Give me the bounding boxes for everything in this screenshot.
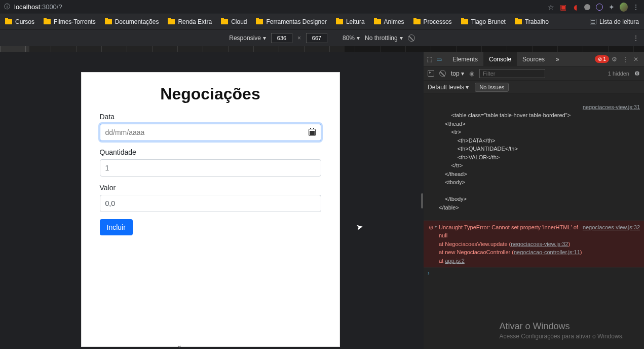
tab-console[interactable]: Console <box>483 52 517 66</box>
ext-icon-4[interactable] <box>595 3 603 11</box>
bookmark-item[interactable]: Filmes-Torrents <box>44 18 96 25</box>
rotate-icon[interactable] <box>408 34 415 42</box>
menu-icon[interactable]: ⋮ <box>632 3 640 11</box>
data-input[interactable]: dd/mm/aaaa <box>100 124 321 141</box>
stack-link[interactable]: negociacoes-view.js:32 <box>511 241 568 247</box>
folder-icon <box>5 19 12 24</box>
site-info-icon[interactable]: ⓘ <box>4 3 10 11</box>
bookmark-item[interactable]: Leitura <box>336 18 365 25</box>
devtools-tabs: ⬚ ▭ Elements Console Sources » 1 ⚙ ⋮ ✕ <box>424 52 644 66</box>
console-body[interactable]: negociacoes-view.js:31 <table class="tab… <box>424 94 644 349</box>
bookmark-item[interactable]: Processos <box>413 18 452 25</box>
tab-sources[interactable]: Sources <box>517 52 550 66</box>
clear-console-icon[interactable] <box>439 70 446 77</box>
date-placeholder: dd/mm/aaaa <box>105 128 145 136</box>
dimension-x: × <box>297 34 301 42</box>
folder-icon <box>413 19 421 24</box>
zoom-select[interactable]: 80% ▾ <box>343 34 360 42</box>
height-input[interactable] <box>306 33 327 43</box>
inspect-icon[interactable]: ⬚ <box>427 56 432 63</box>
folder-icon <box>256 19 263 24</box>
devtools: ⬚ ▭ Elements Console Sources » 1 ⚙ ⋮ ✕ t… <box>424 52 644 349</box>
device-menu-icon[interactable]: ⋮ <box>633 34 639 42</box>
folder-icon <box>374 19 381 24</box>
hidden-count[interactable]: 1 hidden <box>608 71 629 77</box>
ext-icon-1[interactable]: ▣ <box>559 3 567 11</box>
error-badge[interactable]: 1 <box>595 55 609 63</box>
console-prompt[interactable]: › <box>424 267 644 279</box>
log-source-link[interactable]: negociacoes-view.js:31 <box>583 103 640 112</box>
folder-icon <box>168 19 175 24</box>
page-title: Negociações <box>100 85 321 103</box>
bookmark-item[interactable]: Tiago Brunet <box>461 18 506 25</box>
levels-select[interactable]: Default levels ▾ <box>428 84 469 91</box>
stack-link[interactable]: app.js:2 <box>445 258 465 264</box>
ext-icon-2[interactable]: ◖ <box>571 3 579 11</box>
label-quantidade: Quantidade <box>100 148 321 156</box>
resize-handle-icon[interactable]: ⌄ <box>176 341 182 349</box>
live-expression-icon[interactable]: ◉ <box>469 70 474 77</box>
bookmarks-bar: Cursos Filmes-Torrents Documentações Ren… <box>0 14 644 29</box>
close-icon[interactable]: ✕ <box>631 56 641 63</box>
bookmark-item[interactable]: Trabalho <box>515 18 549 25</box>
bookmark-item[interactable]: Renda Extra <box>168 18 212 25</box>
console-error: ▸ negociacoes-view.js:32 Uncaught TypeEr… <box>424 221 644 268</box>
valor-input[interactable] <box>100 195 321 212</box>
console-toolbar-2: Default levels ▾ No Issues <box>424 81 644 94</box>
device-mode-select[interactable]: Responsive ▾ <box>229 34 266 42</box>
folder-icon <box>44 19 51 24</box>
stack-link[interactable]: negociacao-controller.js:11 <box>514 249 580 255</box>
folder-icon <box>105 19 112 24</box>
ruler <box>0 46 644 52</box>
address-bar: ⓘ localhost:3000/? ☆ ▣ ◖ ✦ ⋮ <box>0 0 644 14</box>
throttle-select[interactable]: No throttling ▾ <box>365 34 403 42</box>
quantidade-input[interactable] <box>100 159 321 177</box>
error-source-link[interactable]: negociacoes-view.js:32 <box>583 223 640 232</box>
console-log: negociacoes-view.js:31 <table class="tab… <box>424 94 644 221</box>
reading-list[interactable]: Lista de leitura <box>590 18 639 25</box>
sidebar-toggle-icon[interactable] <box>428 70 434 77</box>
url[interactable]: localhost:3000/? <box>14 3 62 11</box>
folder-icon <box>461 19 468 24</box>
devtools-menu-icon[interactable]: ⋮ <box>620 56 631 63</box>
list-icon <box>590 19 596 24</box>
folder-icon <box>336 19 343 24</box>
filter-input[interactable] <box>479 69 545 78</box>
bookmark-item[interactable]: Cloud <box>221 18 247 25</box>
bookmark-item[interactable]: Animes <box>374 18 404 25</box>
profile-avatar[interactable] <box>620 3 628 11</box>
rendered-page: Negociações Data dd/mm/aaaa Quantidade V… <box>82 73 339 346</box>
device-toolbar: Responsive ▾ × 80% ▾ No throttling ▾ ⋮ <box>0 29 644 46</box>
folder-icon <box>221 19 228 24</box>
device-toggle-icon[interactable]: ▭ <box>436 56 442 63</box>
width-input[interactable] <box>271 33 292 43</box>
context-select[interactable]: top ▾ <box>451 70 464 77</box>
extensions-icon[interactable]: ✦ <box>608 3 616 11</box>
star-icon[interactable]: ☆ <box>547 3 555 11</box>
calendar-icon[interactable] <box>309 129 316 136</box>
bookmark-item[interactable]: Cursos <box>5 18 34 25</box>
incluir-button[interactable]: Incluir <box>100 219 133 235</box>
bookmark-item[interactable]: Ferramentas Designer <box>256 18 326 25</box>
ext-icon-3[interactable] <box>583 3 591 11</box>
tab-more[interactable]: » <box>550 52 565 66</box>
bookmark-item[interactable]: Documentações <box>105 18 159 25</box>
viewport: Negociações Data dd/mm/aaaa Quantidade V… <box>0 52 421 349</box>
expand-caret-icon[interactable]: ▸ <box>435 223 437 230</box>
console-toolbar: top ▾ ◉ 1 hidden ⚙ <box>424 66 644 81</box>
issues-button[interactable]: No Issues <box>475 83 509 92</box>
folder-icon <box>515 19 522 24</box>
label-valor: Valor <box>100 184 321 192</box>
settings-icon[interactable]: ⚙ <box>609 56 620 63</box>
console-settings-icon[interactable]: ⚙ <box>634 70 640 77</box>
tab-elements[interactable]: Elements <box>447 52 483 66</box>
label-data: Data <box>100 113 321 121</box>
